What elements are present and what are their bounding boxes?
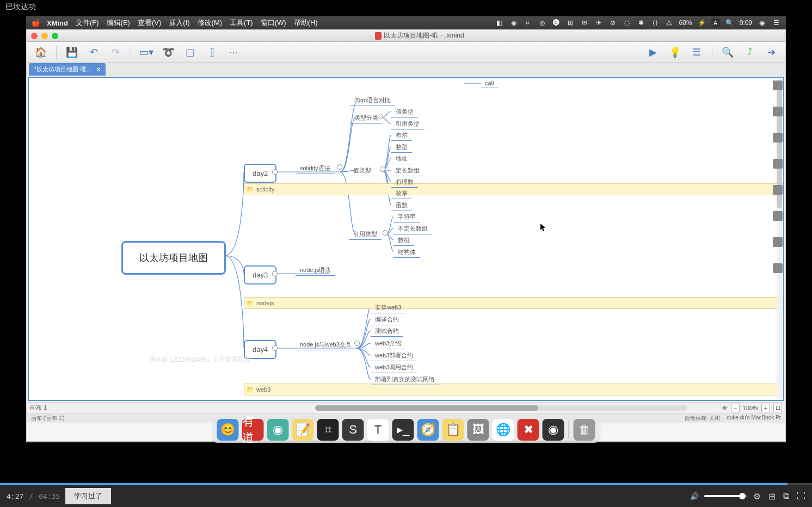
eye-icon[interactable]: 👁 (722, 405, 728, 411)
sheet-label[interactable]: 画布 1 (30, 404, 47, 412)
window-maximize-button[interactable] (52, 33, 58, 39)
panel-icon-4[interactable] (773, 159, 783, 169)
menu-help[interactable]: 帮助(H) (294, 18, 318, 28)
dock-finder-icon[interactable]: 😊 (217, 419, 239, 441)
panel-icon-7[interactable] (773, 237, 783, 247)
node-vt-5[interactable]: 枚举 (391, 188, 412, 199)
status-icon-2[interactable]: ◉ (509, 18, 518, 27)
dock-text-icon[interactable]: T (367, 419, 389, 441)
node-solidity-syntax[interactable]: solidity语法 (296, 163, 335, 174)
status-icon-5[interactable]: ⓿ (552, 18, 561, 27)
status-icon-10[interactable]: ◌ (623, 18, 631, 27)
status-icon-1[interactable]: ◧ (495, 18, 504, 27)
menu-file[interactable]: 文件(F) (76, 18, 99, 28)
node-d4-6[interactable]: 部署到真实的测试网络 (371, 374, 439, 385)
connector-icon[interactable] (272, 345, 278, 351)
siri-icon[interactable]: ◉ (758, 18, 766, 27)
window-close-button[interactable] (31, 33, 38, 39)
dock-stickies-icon[interactable]: 📋 (442, 419, 464, 441)
document-tab[interactable]: *以太坊项目地图-唯… ✕ (29, 63, 106, 76)
quality-icon[interactable]: ⚙ (753, 491, 761, 502)
node-vt-0[interactable]: 布尔 (391, 130, 412, 141)
node-rt-2[interactable]: 数组 (393, 235, 414, 246)
save-button[interactable]: 💾 (63, 45, 81, 60)
menu-edit[interactable]: 编辑(E) (107, 18, 130, 28)
panel-icon-2[interactable] (773, 107, 783, 116)
tag-day2[interactable]: solidity (244, 183, 784, 195)
dock-trash-icon[interactable]: 🗑 (574, 419, 595, 441)
window-minimize-button[interactable] (41, 33, 48, 39)
gantt-button[interactable]: ☰ (688, 45, 705, 60)
node-rt-1[interactable]: 不定长数组 (393, 224, 432, 234)
node-day3[interactable]: day3 (244, 265, 276, 285)
connector-icon[interactable] (337, 164, 342, 170)
tag-day3[interactable]: nodejs (244, 297, 784, 309)
status-icon-7[interactable]: ✉ (580, 18, 589, 27)
status-icon-6[interactable]: ⊞ (566, 18, 575, 27)
panel-icon-8[interactable] (773, 263, 783, 273)
node-d4-5[interactable]: web3调用合约 (371, 362, 417, 373)
dock-notes-icon[interactable]: 📝 (292, 419, 314, 441)
undo-button[interactable]: ↶ (85, 45, 102, 60)
node-d4-4[interactable]: web3部署合约 (371, 350, 417, 361)
battery-icon[interactable]: ⚡ (698, 19, 706, 27)
input-icon[interactable]: A (711, 18, 720, 27)
node-rt-3[interactable]: 结构体 (393, 247, 420, 258)
dock-app-icon[interactable]: ◉ (267, 419, 289, 441)
bluetooth-icon[interactable]: ✱ (637, 18, 645, 27)
dock-youdao-icon[interactable]: 有道 (242, 419, 264, 441)
node-d4-0[interactable]: 安装web3 (371, 302, 405, 313)
learned-button[interactable]: 学习过了 (65, 488, 111, 504)
node-nodejs-web3[interactable]: node.js与web3交互 (296, 339, 356, 350)
node-d4-2[interactable]: 测试合约 (371, 326, 403, 337)
boundary-button[interactable]: ▢ (181, 45, 199, 60)
menu-modify[interactable]: 修改(M) (198, 18, 223, 28)
dock-terminal-icon[interactable]: ⌗ (317, 419, 339, 441)
wifi-icon[interactable]: ⧋ (665, 18, 674, 27)
dock-preview-icon[interactable]: 🖼 (467, 419, 489, 441)
code-icon[interactable]: ⟨⟩ (651, 18, 660, 27)
node-vt-2[interactable]: 地址 (391, 153, 412, 164)
zoom-in-button[interactable]: + (761, 404, 770, 412)
connector-icon[interactable] (378, 114, 383, 119)
home-button[interactable]: 🏠 (32, 45, 50, 60)
summary-button[interactable]: ⟧ (203, 45, 220, 60)
search-button[interactable]: 🔍 (719, 45, 736, 60)
connector-icon[interactable] (383, 230, 388, 236)
dock-xmind-icon[interactable]: ✖ (518, 419, 539, 441)
relationship-button[interactable]: ➰ (159, 45, 177, 60)
spotlight-icon[interactable]: 🔍 (725, 18, 734, 27)
apple-menu-icon[interactable]: 🍎 (32, 19, 40, 27)
volume-icon[interactable]: 🔊 (690, 492, 699, 500)
redo-button[interactable]: ↷ (107, 45, 124, 60)
dock-obs-icon[interactable]: ◉ (543, 419, 564, 441)
presentation-button[interactable]: ▶ (644, 45, 662, 60)
dock-sublime-icon[interactable]: S (342, 419, 364, 441)
dock-safari-icon[interactable]: 🧭 (417, 419, 439, 441)
node-vt-4[interactable]: 有理数 (391, 177, 418, 188)
more-button[interactable]: ⋯ (225, 45, 242, 60)
fullscreen-icon[interactable]: ⛶ (797, 491, 805, 502)
node-rt-0[interactable]: 字符串 (393, 212, 420, 222)
menu-tools[interactable]: 工具(T) (230, 18, 253, 28)
node-nodejs-syntax[interactable]: node.js语法 (296, 265, 335, 276)
panel-icon-1[interactable] (773, 81, 783, 90)
menu-insert[interactable]: 插入(I) (169, 18, 189, 28)
node-day2[interactable]: day2 (244, 164, 276, 183)
panel-icon-6[interactable] (773, 211, 783, 221)
connector-icon[interactable] (272, 271, 278, 276)
node-vt-1[interactable]: 整型 (391, 142, 412, 153)
node-tc-0[interactable]: 值类型 (391, 107, 418, 118)
status-icon-4[interactable]: ◎ (538, 18, 546, 27)
central-topic[interactable]: 以太坊项目地图 (121, 241, 226, 275)
app-name[interactable]: XMind (47, 19, 68, 27)
tab-close-icon[interactable]: ✕ (96, 66, 101, 73)
node-tc-1[interactable]: 引用类型 (391, 119, 424, 129)
node-d4-3[interactable]: web3介绍 (371, 338, 405, 349)
node-go-compare[interactable]: 与go语言对比 (350, 95, 395, 106)
zoom-fit-button[interactable]: ⊡ (773, 404, 782, 412)
volume-slider[interactable] (704, 495, 748, 497)
connector-icon[interactable] (354, 341, 360, 346)
window-titlebar[interactable]: 以太坊项目地图-唯一.xmind (27, 30, 785, 42)
tag-day4[interactable]: web3 (244, 384, 784, 395)
